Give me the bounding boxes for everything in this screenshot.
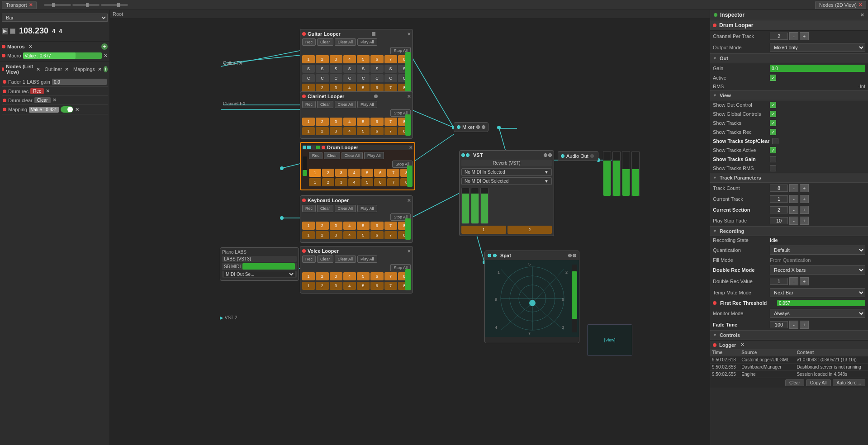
vst-fader-2[interactable] (471, 188, 479, 224)
first-rec-threshold-bar[interactable]: 0.057 (777, 300, 865, 306)
nodes-add-button[interactable]: + (104, 66, 108, 72)
out-section-divider[interactable]: ▼ Out (710, 53, 868, 63)
play-button[interactable]: ▶ (2, 28, 8, 34)
active-checkbox[interactable]: ✓ (770, 75, 776, 81)
keyboard-cell[interactable]: 1 (302, 222, 315, 230)
voice-btm[interactable]: 7 (384, 282, 397, 290)
piano-node[interactable]: Piano LABS LABS (VST3) SB MIDI MIDI Out … (220, 247, 299, 281)
track-count-plus[interactable]: + (800, 184, 809, 192)
guitar-cell[interactable]: 7 (384, 55, 397, 63)
guitar-bottom-cell[interactable]: 1 (302, 84, 315, 92)
clarinet-cell[interactable]: 7 (384, 118, 397, 126)
voice-cell[interactable]: 3 (330, 272, 342, 280)
logger-close[interactable]: ✕ (740, 342, 745, 348)
macros-add-button[interactable]: + (101, 43, 108, 50)
drum-clear-all-btn[interactable]: Clear All (342, 152, 363, 159)
drum-looper-close[interactable]: ✕ (409, 145, 413, 150)
show-tracks-rec-check[interactable]: ✓ (770, 129, 776, 135)
current-section-plus[interactable]: + (800, 206, 809, 214)
channel-per-track-plus[interactable]: + (800, 32, 809, 40)
drum-play-all-btn[interactable]: Play All (364, 152, 384, 159)
clarinet-looper-close[interactable]: ✕ (407, 94, 411, 99)
vst-fader-3[interactable] (480, 188, 489, 224)
controls-section-divider[interactable]: ▼ Controls (710, 330, 868, 340)
double-rec-minus[interactable]: - (789, 277, 798, 285)
voice-btm[interactable]: 5 (357, 282, 370, 290)
guitar-bottom-cell[interactable]: 7 (384, 84, 397, 92)
keyboard-btm[interactable]: 2 (316, 231, 328, 239)
guitar-bottom-cell[interactable]: 2 (316, 84, 328, 92)
guitar-clear-cell[interactable]: C (384, 74, 397, 82)
macro-value-bar[interactable]: Value : 0.677 (23, 52, 102, 59)
mappings-close[interactable]: ✕ (98, 66, 102, 72)
keyboard-cell[interactable]: 7 (384, 222, 397, 230)
output-mode-select[interactable]: Mixed only (770, 43, 865, 52)
mini-view-node[interactable]: [View] (587, 324, 632, 356)
clarinet-rec-btn[interactable]: Rec (302, 101, 316, 108)
recording-section-divider[interactable]: ▼ Recording (710, 226, 868, 236)
guitar-bottom-cell[interactable]: 5 (357, 84, 370, 92)
guitar-stop-cell[interactable]: S (316, 65, 328, 73)
voice-rec-btn[interactable]: Rec (302, 256, 316, 263)
clarinet-btm[interactable]: 1 (302, 127, 315, 135)
clarinet-looper-node[interactable]: Clarinet Looper ✕ Rec Clear Clear All Pl… (300, 91, 413, 139)
temp-mute-mode-select[interactable]: Next Bar (770, 288, 865, 297)
monitor-mode-select[interactable]: Always (770, 309, 865, 318)
clarinet-cell[interactable]: 2 (316, 118, 328, 126)
clarinet-btm[interactable]: 3 (330, 127, 342, 135)
keyboard-btm[interactable]: 3 (330, 231, 342, 239)
show-tracks-gain-check[interactable] (770, 156, 776, 162)
drum-looper-node[interactable]: Drum Looper ✕ Rec Clear Clear All Play A… (300, 142, 415, 190)
guitar-stop-cell[interactable]: S (343, 65, 356, 73)
clarinet-btm[interactable]: 4 (343, 127, 356, 135)
guitar-clear-cell[interactable]: C (330, 74, 342, 82)
macros-close[interactable]: ✕ (28, 44, 33, 50)
clarinet-btm[interactable]: 6 (370, 127, 383, 135)
stop-button[interactable] (10, 28, 15, 34)
fade-time-minus[interactable]: - (789, 321, 798, 329)
mixer-node[interactable]: Mixer (454, 122, 489, 132)
play-stop-fade-minus[interactable]: - (789, 217, 798, 225)
keyboard-play-all-btn[interactable]: Play All (357, 205, 377, 212)
logger-copy-all-button[interactable]: Copy All (806, 379, 831, 386)
voice-cell[interactable]: 6 (370, 272, 383, 280)
clarinet-btm[interactable]: 7 (384, 127, 397, 135)
guitar-cell[interactable]: 5 (357, 55, 370, 63)
guitar-clear-all-btn[interactable]: Clear All (335, 38, 356, 46)
keyboard-btm[interactable]: 1 (302, 231, 315, 239)
vst-midi-in-select[interactable]: No MIDI In Selected ▼ (461, 168, 552, 176)
logger-clear-button[interactable]: Clear (785, 379, 804, 386)
vst-cell-2[interactable]: 2 (508, 226, 552, 234)
clarinet-cell[interactable]: 5 (357, 118, 370, 126)
guitar-play-all-btn[interactable]: Play All (357, 38, 377, 46)
clarinet-cell[interactable]: 4 (343, 118, 356, 126)
guitar-clear-cell[interactable]: C (370, 74, 383, 82)
double-rec-mode-select[interactable]: Record X bars (770, 265, 865, 275)
vst-cell-1[interactable]: 1 (461, 226, 506, 234)
voice-looper-close[interactable]: ✕ (407, 249, 411, 254)
drum-btm[interactable]: 6 (374, 178, 386, 186)
drum-clear-button[interactable]: Clear (34, 97, 51, 103)
drum-btm[interactable]: 1 (309, 178, 321, 186)
voice-play-all-btn[interactable]: Play All (357, 256, 377, 263)
show-tracks-stop-clear-check[interactable] (772, 138, 778, 144)
guitar-stop-cell[interactable]: S (384, 65, 397, 73)
guitar-stop-cell[interactable]: S (302, 65, 315, 73)
spat-fader[interactable] (572, 265, 577, 332)
drum-cell[interactable]: 5 (361, 169, 374, 177)
outliner-close[interactable]: ✕ (65, 66, 69, 72)
drum-cell[interactable]: 2 (322, 169, 334, 177)
drum-clear-btn[interactable]: Clear (324, 152, 340, 159)
track-params-section-divider[interactable]: ▼ Track Parameters (710, 173, 868, 183)
guitar-clear-btn[interactable]: Clear (317, 38, 333, 46)
piano-row-3[interactable]: MIDI Out Se... (222, 271, 297, 278)
vst-midi-out-select[interactable]: No MIDI Out Selected ▼ (461, 177, 552, 185)
guitar-looper-node[interactable]: Guitar Looper ✕ Rec Clear Clear All Play… (300, 29, 413, 95)
item-close-1[interactable]: ✕ (46, 88, 50, 94)
item-close-3[interactable]: ✕ (75, 107, 79, 113)
show-tracks-rms-check[interactable] (770, 165, 776, 171)
track-count-minus[interactable]: - (789, 184, 798, 192)
bar-mode-select[interactable]: Bar (2, 14, 108, 22)
keyboard-clear-btn[interactable]: Clear (317, 205, 333, 212)
keyboard-looper-close[interactable]: ✕ (407, 198, 411, 203)
